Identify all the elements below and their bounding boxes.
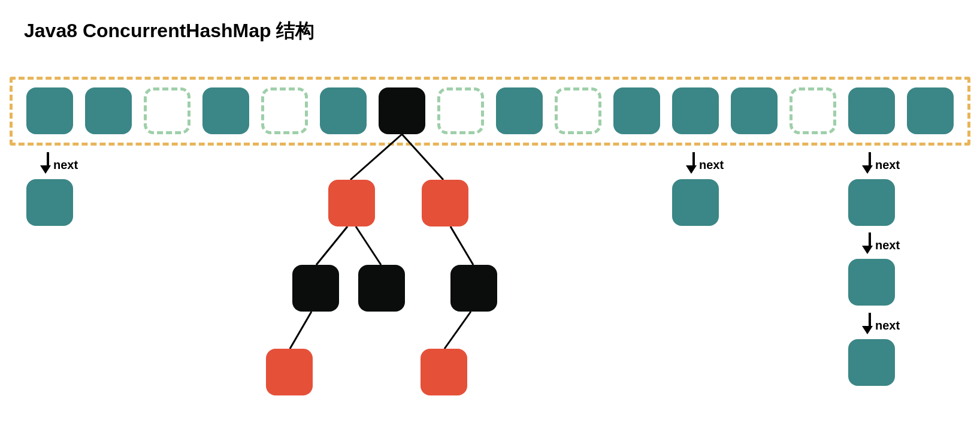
next-arrow-slot0-1: next — [44, 152, 78, 174]
svg-line-3 — [356, 226, 381, 265]
tree-edges — [0, 0, 980, 435]
slot-4-empty — [261, 87, 308, 134]
slot-14-chain-1 — [848, 179, 895, 226]
slot-11-chain-1 — [672, 179, 719, 226]
slot-10 — [613, 87, 660, 134]
tree-l2-lr — [358, 265, 405, 312]
tree-l2-rr — [450, 265, 497, 312]
slot-7-empty — [437, 87, 484, 134]
next-arrow-slot11-1: next — [690, 152, 724, 174]
next-label: next — [875, 238, 900, 252]
next-label: next — [699, 158, 724, 172]
slot-8 — [496, 87, 543, 134]
next-arrow-slot14-3: next — [866, 313, 900, 334]
next-arrow-slot14-2: next — [866, 232, 900, 254]
svg-line-2 — [316, 226, 347, 265]
slot-0 — [26, 87, 73, 134]
tree-l3-rrl — [421, 349, 467, 395]
slot-12 — [731, 87, 778, 134]
slot-13-empty — [790, 87, 836, 134]
slot-3 — [202, 87, 249, 134]
tree-l1-right — [422, 180, 468, 226]
slot-9-empty — [555, 87, 601, 134]
next-arrow-slot14-1: next — [866, 152, 900, 174]
svg-line-6 — [444, 312, 471, 349]
slot-6-tree-root — [379, 87, 425, 134]
svg-line-4 — [450, 226, 473, 265]
slot-1 — [85, 87, 132, 134]
slot-11 — [672, 87, 719, 134]
slot-5 — [320, 87, 367, 134]
slot-15 — [907, 87, 954, 134]
slot-14-chain-2 — [848, 259, 895, 306]
slot-0-chain-1 — [26, 179, 73, 226]
tree-l1-left — [328, 180, 375, 226]
tree-l2-ll — [292, 265, 339, 312]
next-label: next — [875, 158, 900, 172]
svg-line-5 — [290, 312, 311, 349]
slot-14 — [848, 87, 895, 134]
next-label: next — [53, 158, 78, 172]
tree-l3-lll — [266, 349, 313, 395]
next-label: next — [875, 319, 900, 333]
diagram-title: Java8 ConcurrentHashMap 结构 — [24, 18, 314, 44]
slot-2-empty — [144, 87, 190, 134]
slot-14-chain-3 — [848, 339, 895, 386]
